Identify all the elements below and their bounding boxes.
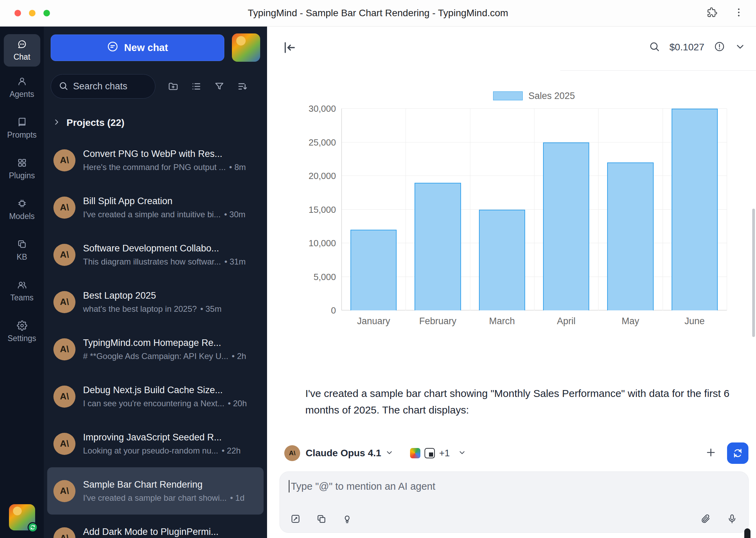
chat-list-item[interactable]: A\ Software Development Collabo... This …	[47, 231, 264, 278]
search-chats-field[interactable]	[51, 74, 155, 99]
rail-item-models[interactable]: Models	[4, 198, 40, 221]
cost-warning-icon[interactable]	[714, 41, 725, 53]
rail-item-settings[interactable]: Settings	[4, 320, 40, 343]
chat-sidebar: New chat	[44, 27, 267, 538]
bar-april	[543, 142, 589, 311]
browser-menu-icon[interactable]	[733, 7, 744, 19]
rail-item-prompts[interactable]: Prompts	[4, 117, 40, 140]
chat-list-item[interactable]: A\ TypingMind.com Homepage Re... # **Goo…	[47, 326, 264, 373]
copy-pages-icon[interactable]	[316, 514, 327, 526]
chat-snippet: I've created a simple and intuitive bi..…	[83, 210, 257, 219]
assistant-avatar: A\	[53, 433, 75, 455]
plugins-icon	[17, 158, 27, 168]
lightbulb-icon[interactable]	[342, 514, 353, 526]
chat-snippet: # **Google Ads Campaign: API Key U...• 2…	[83, 351, 257, 361]
chat-title: Software Development Collabo...	[83, 243, 257, 254]
plugin-icon	[410, 448, 420, 458]
chevron-right-icon	[53, 117, 60, 128]
assistant-avatar: A\	[53, 244, 75, 266]
chart-x-axis: JanuaryFebruaryMarchAprilMayJune	[341, 316, 727, 327]
bar-chart: Sales 2025 05,00010,00015,00020,00025,00…	[302, 91, 727, 327]
usage-cost: $0.1027	[670, 42, 704, 53]
y-tick-label: 20,000	[308, 171, 336, 180]
legend-label: Sales 2025	[528, 91, 575, 101]
search-icon	[59, 81, 68, 92]
microphone-icon[interactable]	[727, 514, 737, 526]
kb-icon	[17, 239, 27, 249]
x-tick-label: January	[341, 316, 406, 327]
nav-rail: Chat Agents Prompts Plugins Models KB Te…	[0, 27, 44, 538]
user-avatar[interactable]	[232, 33, 260, 62]
chat-list-item[interactable]: A\ Bill Split App Creation I've created …	[47, 184, 264, 231]
chat-snippet: what's the best laptop in 2025?• 35m	[83, 304, 257, 314]
chat-title: Best Laptop 2025	[83, 290, 257, 301]
x-tick-label: March	[470, 316, 534, 327]
assistant-avatar: A\	[53, 291, 75, 313]
chat-snippet: Here's the command for PNG output ...• 8…	[83, 162, 257, 172]
chat-list: A\ Convert PNG to WebP with Res... Here'…	[44, 137, 267, 538]
projects-section-header[interactable]: Projects (22)	[44, 117, 267, 129]
scrollbar-thumb[interactable]	[752, 209, 755, 337]
window-title: TypingMind - Sample Bar Chart Rendering …	[248, 8, 508, 19]
sort-icon[interactable]	[237, 81, 248, 92]
new-folder-icon[interactable]	[168, 81, 178, 92]
rail-item-plugins[interactable]: Plugins	[4, 158, 40, 180]
chat-list-item[interactable]: A\ Sample Bar Chart Rendering I've creat…	[47, 467, 264, 515]
x-tick-label: April	[534, 316, 598, 327]
chat-list-item[interactable]: A\ Best Laptop 2025 what's the best lapt…	[47, 278, 264, 326]
rail-item-kb[interactable]: KB	[4, 239, 40, 262]
collapse-sidebar-icon[interactable]	[282, 40, 297, 55]
plugins-more-count: +1	[439, 448, 450, 459]
y-tick-label: 5,000	[314, 272, 336, 281]
app-window: TypingMind - Sample Bar Chart Rendering …	[0, 0, 756, 538]
rail-item-agents[interactable]: Agents	[4, 76, 40, 99]
chat-title: Improving JavaScript Seeded R...	[83, 432, 257, 443]
assistant-avatar: A\	[53, 197, 75, 219]
filter-icon[interactable]	[214, 81, 225, 92]
chat-list-item[interactable]: A\ Improving JavaScript Seeded R... Look…	[47, 420, 264, 467]
attach-file-icon[interactable]	[700, 514, 711, 526]
search-chats-input[interactable]	[73, 81, 147, 92]
zoom-window-button[interactable]	[43, 10, 50, 17]
minimize-window-button[interactable]	[29, 10, 35, 17]
y-tick-label: 0	[331, 306, 336, 315]
chart-legend[interactable]: Sales 2025	[341, 91, 727, 101]
teams-icon	[17, 280, 27, 290]
close-window-button[interactable]	[14, 10, 21, 17]
bulk-select-icon[interactable]	[191, 81, 202, 92]
message-input[interactable]: Type "@" to mention an AI agent	[289, 480, 739, 492]
traffic-lights	[14, 10, 50, 17]
x-tick-label: February	[406, 316, 470, 327]
chat-snippet: Looking at your pseudo-random nu...• 22h	[83, 446, 257, 456]
plugins-selector[interactable]: +1	[410, 448, 466, 459]
rail-item-teams[interactable]: Teams	[4, 280, 40, 302]
search-messages-icon[interactable]	[649, 41, 660, 53]
y-tick-label: 15,000	[308, 205, 336, 214]
message-divider	[560, 70, 756, 71]
titlebar: TypingMind - Sample Bar Chart Rendering …	[0, 0, 756, 27]
chat-title: Add Dark Mode to PluginPermi...	[83, 527, 257, 537]
scrollbar-thumb-dark[interactable]	[744, 528, 750, 538]
main-area: $0.1027 Sales 2025 05,00010,00015,00020,…	[267, 27, 756, 538]
model-chevron-down-icon[interactable]	[385, 448, 394, 458]
chevron-down-icon[interactable]	[735, 41, 746, 53]
regenerate-button[interactable]	[727, 442, 748, 464]
chat-list-item[interactable]: A\ Debug Next.js Build Cache Size... I c…	[47, 373, 264, 420]
add-attachment-plus-icon[interactable]	[705, 447, 717, 460]
canvas-edit-icon[interactable]	[290, 514, 301, 526]
assistant-avatar: A\	[53, 338, 75, 360]
chat-list-item[interactable]: A\ Add Dark Mode to PluginPermi...	[47, 515, 264, 538]
rail-item-chat[interactable]: Chat	[4, 34, 40, 67]
assistant-avatar: A\	[53, 480, 75, 502]
message-composer: Type "@" to mention an AI agent	[279, 471, 749, 533]
account-avatar[interactable]	[9, 504, 35, 530]
input-placeholder: Type "@" to mention an AI agent	[291, 481, 435, 492]
chat-list-item[interactable]: A\ Convert PNG to WebP with Res... Here'…	[47, 137, 264, 184]
model-selector[interactable]: Claude Opus 4.1	[306, 448, 381, 459]
bar-june	[672, 109, 718, 310]
y-tick-label: 10,000	[308, 239, 336, 248]
chat-icon	[17, 39, 27, 49]
new-chat-button[interactable]: New chat	[51, 34, 224, 61]
chat-title: Bill Split App Creation	[83, 196, 257, 207]
extensions-icon[interactable]	[706, 7, 717, 19]
